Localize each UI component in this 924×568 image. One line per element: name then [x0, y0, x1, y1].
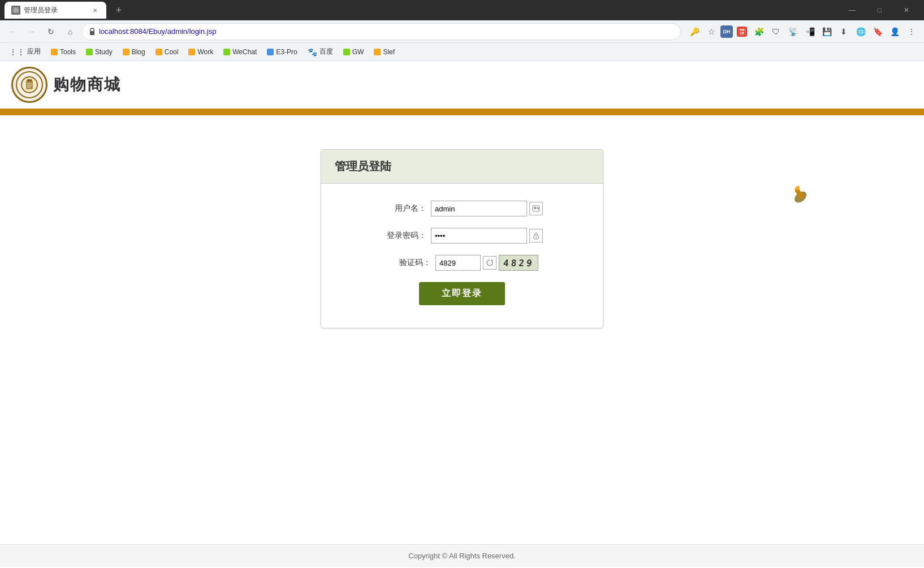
- home-button[interactable]: ⌂: [62, 24, 78, 40]
- profile-icon[interactable]: 👤: [887, 24, 903, 40]
- bookmark-apps[interactable]: ⋮⋮ 应用: [5, 45, 45, 58]
- address-bar: ← → ↻ ⌂ localhost:8084/Ebuy/admin/login.…: [0, 20, 924, 43]
- bookmark-tools-icon: [51, 49, 58, 55]
- extension-icon-1[interactable]: 🧩: [751, 24, 767, 40]
- tab-favicon: [11, 6, 20, 15]
- bookmark-baidu-icon: 🐾: [308, 47, 317, 57]
- bookmark-baidu[interactable]: 🐾 百度: [303, 45, 338, 58]
- url-text: localhost:8084/Ebuy/admin/login.jsp: [99, 27, 673, 36]
- username-label: 用户名：: [381, 203, 426, 214]
- svg-rect-5: [27, 79, 32, 81]
- bookmark-cool[interactable]: Cool: [151, 46, 183, 58]
- password-input[interactable]: [431, 228, 527, 244]
- translate-icon[interactable]: 🌐: [853, 24, 869, 40]
- minimize-button[interactable]: —: [839, 0, 865, 20]
- username-icon-button[interactable]: [529, 202, 543, 215]
- logo-svg: [20, 76, 38, 94]
- bookmark-blog-label: Blog: [132, 48, 145, 56]
- bookmark-work[interactable]: Work: [184, 46, 218, 58]
- username-input[interactable]: [431, 201, 527, 216]
- bookmark-study-icon: [86, 49, 93, 55]
- password-row: 登录密码：: [344, 228, 580, 244]
- bookmark-e3pro-icon: [267, 49, 274, 55]
- extension-icon-2[interactable]: 📡: [785, 24, 801, 40]
- deco-svg: [785, 180, 814, 209]
- calendar-extension-icon[interactable]: ■■■ 16: [734, 24, 750, 40]
- password-icon-button[interactable]: [529, 229, 543, 242]
- svg-rect-12: [538, 209, 539, 210]
- bookmark-wechat-icon: [223, 49, 230, 55]
- bookmark-slef[interactable]: Slef: [369, 46, 399, 58]
- forward-button[interactable]: →: [24, 24, 40, 40]
- svg-rect-2: [90, 31, 94, 35]
- bookmark-wechat[interactable]: WeChat: [219, 46, 261, 58]
- captcha-display-text: 4829: [503, 258, 534, 268]
- close-button[interactable]: ✕: [893, 0, 919, 20]
- bookmark-e3pro-label: E3-Pro: [276, 48, 297, 56]
- lock-icon: [89, 28, 96, 36]
- bookmark-baidu-label: 百度: [319, 47, 333, 57]
- tab-close-button[interactable]: ✕: [90, 6, 100, 15]
- browser-toolbar: 🔑 ☆ DH ■■■ 16 🧩 🛡 📡 📲 💾 ⬇ 🌐 🔖 👤 ⋮: [686, 24, 919, 40]
- svg-point-14: [536, 237, 537, 238]
- copyright-text: Copyright © All Rights Reserved.: [408, 552, 516, 560]
- login-card-header: 管理员登陆: [321, 150, 603, 184]
- captcha-label: 验证码：: [386, 258, 431, 268]
- svg-marker-15: [491, 259, 493, 261]
- page-footer: Copyright © All Rights Reserved.: [0, 544, 924, 567]
- new-tab-button[interactable]: +: [111, 2, 127, 18]
- bookmark-gw[interactable]: GW: [339, 46, 369, 58]
- site-logo: [11, 67, 48, 103]
- bookmark-e3pro[interactable]: E3-Pro: [262, 46, 301, 58]
- tab-title: 管理员登录: [24, 6, 87, 15]
- captcha-image[interactable]: 4829: [499, 255, 538, 271]
- bookmark-cool-icon: [156, 49, 162, 55]
- bookmark-apps-label: 应用: [27, 47, 41, 57]
- captcha-icon-button[interactable]: [483, 256, 496, 270]
- decorative-image: [785, 180, 814, 209]
- bookmark-study-label: Study: [95, 48, 113, 56]
- extension-icon-4[interactable]: 🔖: [870, 24, 886, 40]
- page-content: 购物商城 管理员登陆 用户名：: [0, 61, 924, 544]
- site-header: 购物商城: [0, 61, 924, 109]
- back-button[interactable]: ←: [5, 24, 20, 40]
- bookmark-work-label: Work: [197, 48, 213, 56]
- bookmarks-bar: ⋮⋮ 应用 Tools Study Blog Cool Work WeChat: [0, 43, 924, 61]
- login-card-title: 管理员登陆: [335, 159, 589, 174]
- shield-extension-icon[interactable]: 🛡: [768, 24, 784, 40]
- password-label: 登录密码：: [381, 231, 426, 241]
- save-icon[interactable]: 💾: [819, 24, 835, 40]
- download-icon[interactable]: ⬇: [836, 24, 852, 40]
- bookmark-blog[interactable]: Blog: [118, 46, 150, 58]
- dh-extension-icon[interactable]: DH: [720, 25, 733, 38]
- bookmark-study[interactable]: Study: [81, 46, 117, 58]
- bookmark-tools-label: Tools: [60, 48, 76, 56]
- svg-rect-11: [537, 207, 539, 209]
- url-input-bar[interactable]: localhost:8084/Ebuy/admin/login.jsp: [81, 23, 681, 40]
- lock-key-icon: [532, 232, 540, 240]
- browser-tab[interactable]: 管理员登录 ✕: [5, 2, 106, 19]
- bookmark-slef-icon: [374, 49, 381, 55]
- svg-rect-1: [14, 8, 18, 12]
- menu-icon[interactable]: ⋮: [904, 24, 919, 40]
- login-button-row: 立即登录: [344, 282, 580, 305]
- apps-icon: ⋮⋮: [9, 47, 25, 57]
- bookmark-gw-label: GW: [352, 48, 364, 56]
- login-button[interactable]: 立即登录: [419, 282, 505, 305]
- password-icon[interactable]: 🔑: [686, 24, 702, 40]
- bookmark-icon[interactable]: ☆: [703, 24, 719, 40]
- bookmark-slef-label: Slef: [383, 48, 395, 56]
- user-key-icon: [532, 205, 540, 213]
- maximize-button[interactable]: □: [866, 0, 892, 20]
- bookmark-cool-label: Cool: [165, 48, 179, 56]
- bookmark-tools[interactable]: Tools: [46, 46, 80, 58]
- login-card: 管理员登陆 用户名：: [321, 149, 603, 328]
- refresh-button[interactable]: ↻: [43, 24, 59, 40]
- captcha-input[interactable]: [435, 255, 481, 271]
- username-row: 用户名：: [344, 201, 580, 216]
- bookmark-gw-icon: [343, 49, 350, 55]
- captcha-refresh-icon: [486, 259, 494, 267]
- login-area: 管理员登陆 用户名：: [0, 115, 924, 362]
- extension-icon-3[interactable]: 📲: [802, 24, 818, 40]
- captcha-input-wrap: 4829: [435, 255, 538, 271]
